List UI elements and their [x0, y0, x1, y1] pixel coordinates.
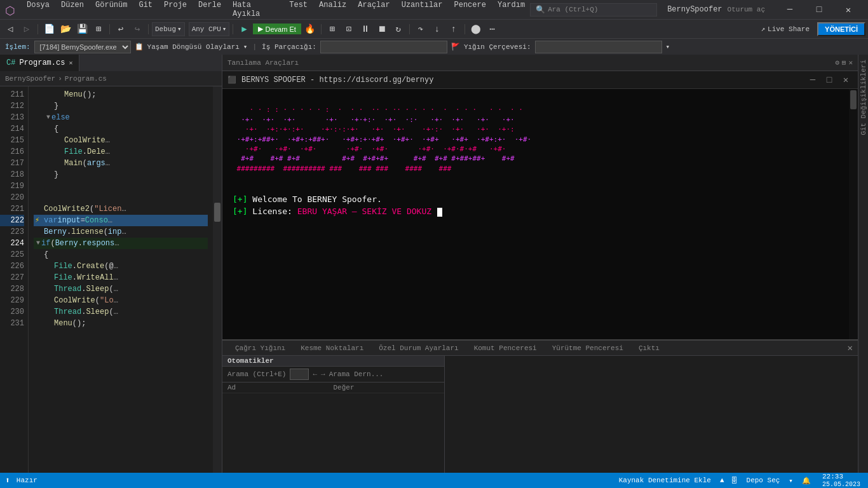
toolbar-fire-btn[interactable]: 🔥	[302, 22, 318, 37]
toolbar-sep-5	[321, 24, 322, 34]
otomatikler-panel: Otomatikler Arama (Ctrl+E) ← → Arama Der…	[222, 356, 445, 473]
welcome-text: Welcome To BERNEY Spoofer.	[252, 194, 382, 204]
islem-label: İşlem:	[5, 43, 31, 51]
terminal-minimize-btn[interactable]: ─	[806, 74, 820, 86]
otp-nav-fwd[interactable]: →	[321, 370, 325, 378]
toolbar-open-btn[interactable]: 📂	[58, 22, 73, 37]
toolbar-debug1[interactable]: ⊞	[325, 22, 340, 37]
toolbar-forward-btn[interactable]: ▷	[19, 22, 34, 37]
menu-analiz[interactable]: Analiz	[314, 0, 351, 20]
tab-ozel-durum[interactable]: Özel Durum Ayarları	[371, 342, 466, 354]
search-box[interactable]: 🔍 Ara (Ctrl+Q)	[530, 3, 657, 17]
terminal-close-btn[interactable]: ✕	[839, 74, 853, 86]
repo-icon: 🗄	[731, 477, 738, 485]
menu-hata-ayikla[interactable]: Hata Ayıkla	[227, 0, 283, 20]
right-settings-icon[interactable]: ⚙	[835, 58, 839, 67]
terminal-scrollbar[interactable]	[849, 89, 858, 339]
menu-duzen[interactable]: Düzen	[56, 0, 89, 20]
code-line-218: }	[34, 169, 208, 180]
terminal-icon: ⬛	[227, 76, 236, 84]
code-line-220	[34, 192, 208, 203]
code-lines[interactable]: Menu(); } ▼ else { CoolWrite… File.Dele……	[29, 86, 213, 474]
code-line-227: File.WriteAll…	[34, 272, 208, 283]
maximize-button[interactable]: □	[804, 0, 834, 19]
code-line-211: Menu();	[34, 89, 208, 100]
menu-proje[interactable]: Proje	[159, 0, 192, 20]
code-line-215: CoolWrite…	[34, 135, 208, 146]
otp-arama-dern: Arama Dern...	[329, 370, 384, 378]
right-close-icon[interactable]: ✕	[848, 58, 853, 67]
menu-uzantilar[interactable]: Uzantılar	[397, 0, 448, 20]
toolbar-redo-btn[interactable]: ↪	[130, 22, 145, 37]
arama-label: Arama (Ctrl+E)	[227, 370, 286, 378]
menu-araclar[interactable]: Araçlar	[353, 0, 395, 20]
right-float-icon[interactable]: ⊞	[842, 58, 846, 67]
code-line-213: ▼ else	[34, 112, 208, 123]
tab-cikti[interactable]: Çıktı	[631, 342, 667, 354]
notification-icon[interactable]: 🔔	[799, 477, 813, 485]
toolbar-breakpoint[interactable]: ⬤	[468, 22, 484, 37]
continue-button[interactable]: ▶ Devam Et	[253, 24, 301, 34]
debug-config-dropdown[interactable]: Debug ▾	[152, 22, 185, 36]
menu-derle[interactable]: Derle	[193, 0, 226, 20]
toolbar-pause[interactable]: ⏸	[358, 22, 373, 37]
close-button[interactable]: ✕	[834, 0, 863, 19]
menu-yardim[interactable]: Yardım	[492, 0, 530, 20]
toolbar-save-all-btn[interactable]: ⊞	[91, 22, 106, 37]
menu-pencere[interactable]: Pencere	[449, 0, 491, 20]
toolbar-step-into[interactable]: ↓	[430, 22, 445, 37]
toolbar-debug2[interactable]: ⊡	[341, 22, 356, 37]
title-bar: ⬡ Dosya Düzen Görünüm Git Proje Derle Ha…	[0, 0, 868, 19]
toolbar-undo-btn[interactable]: ↩	[113, 22, 128, 37]
toolbar-new-file-btn[interactable]: 📄	[41, 22, 57, 37]
tab-komut-penceresi[interactable]: Komut Penceresi	[466, 342, 545, 354]
code-editor-panel: C# Program.cs ✕ BernySpoofer › Program.c…	[0, 55, 222, 488]
yonetici-button[interactable]: YÖNETİCİ	[817, 22, 865, 36]
repo-dropdown[interactable]: ▾	[789, 477, 793, 485]
code-content: 211 212 213 214 215 216 217 218 219 220 …	[0, 86, 222, 474]
toolbar-stop[interactable]: ⏹	[374, 22, 390, 37]
live-share-icon: ↗	[761, 25, 765, 33]
tab-kesme-noktalari[interactable]: Kesme Noktaları	[293, 342, 371, 354]
git-branch-icon: ⬆	[5, 475, 10, 485]
cpu-config-dropdown[interactable]: Any CPU ▾	[189, 22, 230, 36]
otomatikler-search-input[interactable]	[290, 369, 309, 380]
toolbar-save-btn[interactable]: 💾	[74, 22, 90, 37]
profile-link[interactable]: Oturum aç	[728, 6, 765, 13]
minimize-button[interactable]: ─	[775, 0, 804, 19]
toolbar-step-over[interactable]: ↷	[413, 22, 428, 37]
menu-dosya[interactable]: Dosya	[22, 0, 55, 20]
otp-nav-back[interactable]: ←	[313, 370, 317, 378]
toolbar-step-out[interactable]: ↑	[446, 22, 461, 37]
code-line-222: ⚡ var input = Conso…	[34, 215, 208, 226]
tab-program-cs[interactable]: C# Program.cs ✕	[0, 55, 79, 71]
toolbar-restart[interactable]: ↻	[391, 22, 406, 37]
tab-cagri-yigini[interactable]: Çağrı Yığını	[227, 342, 293, 354]
debug-tab-row: Çağrı Yığını Kesme Noktaları Özel Durum …	[222, 341, 858, 356]
debug-panel-close-btn[interactable]: ✕	[848, 342, 853, 353]
menu-goruntum[interactable]: Görünüm	[90, 0, 132, 20]
code-scroll-thumb	[214, 203, 220, 222]
is-input[interactable]	[320, 41, 447, 53]
terminal-maximize-btn[interactable]: □	[822, 74, 836, 86]
toolbar-run-btn[interactable]: ▶	[236, 22, 252, 37]
tab-close-icon[interactable]: ✕	[69, 59, 72, 67]
project-name: BernySpoofer	[667, 5, 722, 14]
solution-explorer-label[interactable]: Git Değişiklikleri	[858, 55, 869, 140]
ascii-art-block: · · : : · · · · · : · · · ·· · ·· · · · …	[233, 95, 848, 184]
right-side-strip: Git Değişiklikleri	[858, 55, 868, 488]
menu-git[interactable]: Git	[133, 0, 158, 20]
process-dropdown[interactable]: [7184] BernySpoofer.exe	[34, 41, 131, 53]
source-control-btn[interactable]: Kaynak Denetimine Ekle	[616, 477, 714, 484]
editor-tab-bar: C# Program.cs ✕	[0, 55, 222, 71]
live-share-button[interactable]: ↗ Live Share	[757, 24, 813, 34]
toolbar-more[interactable]: ⋯	[485, 22, 500, 37]
code-scrollbar[interactable]	[213, 86, 222, 474]
process-icon: 📋	[135, 43, 144, 51]
toolbar-back-btn[interactable]: ◁	[3, 22, 18, 37]
menu-test[interactable]: Test	[284, 0, 313, 20]
status-hazir[interactable]: Hazır	[14, 477, 40, 484]
yigin-input[interactable]	[535, 41, 662, 53]
repo-btn[interactable]: Depo Seç	[744, 477, 783, 484]
tab-yurutme-penceresi[interactable]: Yürütme Penceresi	[545, 342, 631, 354]
